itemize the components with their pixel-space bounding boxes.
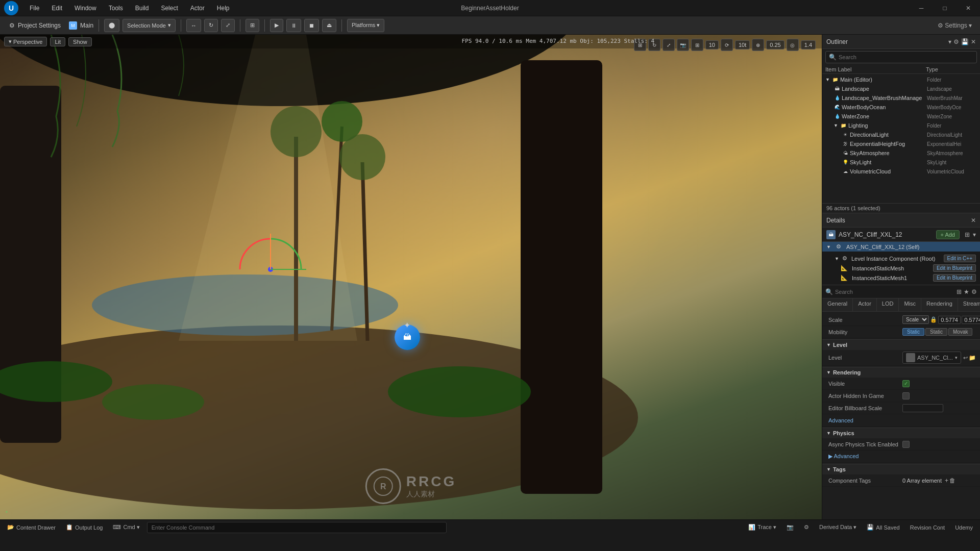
angle-num-display[interactable]: 10t bbox=[735, 40, 750, 49]
mobility-movable-btn[interactable]: Movak bbox=[948, 328, 972, 336]
settings-gear-button[interactable]: ⚙ Settings ▾ bbox=[934, 22, 976, 29]
visible-checkbox[interactable]: ✓ bbox=[902, 380, 910, 387]
lit-button[interactable]: Lit bbox=[50, 37, 65, 46]
scale-dropdown[interactable]: Scale bbox=[902, 315, 929, 324]
zoom-display[interactable]: 0.25 bbox=[766, 40, 784, 49]
outliner-save-icon[interactable]: 💾 bbox=[961, 38, 969, 45]
menu-window[interactable]: Window bbox=[69, 3, 102, 14]
details-view-options[interactable]: ⊞ ★ ⚙ bbox=[957, 288, 977, 295]
cmd-dropdown[interactable]: ⌨ Cmd ▾ bbox=[110, 524, 142, 531]
menu-build[interactable]: Build bbox=[130, 3, 154, 14]
toolbar-move-btn[interactable]: ⬤ bbox=[104, 19, 119, 32]
component-more-icon[interactable]: ▾ bbox=[973, 231, 976, 238]
details-search-bar[interactable]: 🔍 ⊞ ★ ⚙ bbox=[822, 285, 980, 298]
transform-rotate-btn[interactable]: ↻ bbox=[204, 19, 218, 32]
snap-btn[interactable]: ⊞ bbox=[246, 19, 259, 32]
selection-mode-button[interactable]: Selection Mode ▾ bbox=[122, 19, 176, 32]
tree-item-main-editor[interactable]: ▼ 📁 Main (Editor) Folder bbox=[822, 75, 980, 84]
maximize-button[interactable]: □ bbox=[933, 0, 957, 16]
tree-item-landscape[interactable]: 🏔 Landscape Landscape bbox=[822, 84, 980, 93]
advanced-toggle[interactable]: Advanced bbox=[828, 417, 853, 423]
trace-button[interactable]: 📊 Trace ▾ bbox=[745, 524, 779, 531]
hidden-game-checkbox[interactable] bbox=[902, 392, 910, 399]
tab-misc[interactable]: Misc bbox=[899, 298, 921, 311]
scale-y-input[interactable] bbox=[962, 316, 980, 324]
viewport[interactable]: ✦ 🏔 ▾ Perspective Lit Show ⊞ ↻ ⤢ 📷 ⊞ 10 … bbox=[0, 35, 822, 519]
tree-item-directional-light[interactable]: ☀ DirectionalLight DirectionalLight bbox=[822, 130, 980, 139]
console-input[interactable] bbox=[147, 522, 447, 533]
add-tag-icon[interactable]: + bbox=[945, 477, 948, 484]
mobility-static-btn[interactable]: Static bbox=[902, 328, 924, 336]
tree-item-exp-height-fog[interactable]: 🌫 ExponentialHeightFog ExponentialHei bbox=[822, 139, 980, 148]
tab-actor[interactable]: Actor bbox=[853, 298, 877, 311]
details-search-input[interactable] bbox=[835, 289, 954, 295]
zoom-icon[interactable]: ⊕ bbox=[752, 39, 764, 51]
tree-item-water-body-ocean[interactable]: 🌊 WaterBodyOcean WaterBodyOce bbox=[822, 103, 980, 112]
camera-icon[interactable]: 📷 bbox=[677, 39, 689, 51]
level-section-header[interactable]: ▼ Level bbox=[822, 339, 980, 350]
grid-num-display[interactable]: 10 bbox=[705, 40, 719, 49]
lock-icon[interactable]: 🔒 bbox=[930, 316, 937, 323]
fov-display[interactable]: 1.4 bbox=[801, 40, 816, 49]
all-saved-indicator[interactable]: 💾 All Saved bbox=[864, 524, 902, 531]
scale-grid-icon[interactable]: ⤢ bbox=[663, 39, 675, 51]
grid-view-icon[interactable]: ⊞ bbox=[957, 288, 962, 295]
tree-item-water-brush[interactable]: 💧 Landscape_WaterBrushManage WaterBrushM… bbox=[822, 93, 980, 103]
outliner-close-icon[interactable]: ✕ bbox=[971, 38, 976, 45]
fov-icon[interactable]: ◎ bbox=[787, 39, 799, 51]
show-button[interactable]: Show bbox=[68, 37, 92, 46]
tab-rendering[interactable]: Rendering bbox=[921, 298, 958, 311]
menu-select[interactable]: Select bbox=[156, 3, 183, 14]
content-drawer-button[interactable]: 📂 Content Drawer bbox=[4, 524, 59, 531]
project-settings-button[interactable]: ⚙ Project Settings bbox=[4, 19, 66, 32]
comp-item-level-instance[interactable]: ▼ ⚙ Level Instance Component (Root) Edit… bbox=[822, 254, 980, 263]
details-self-row[interactable]: ▼ ⚙ ASY_NC_Cliff_XXL_12 (Self) bbox=[822, 242, 980, 252]
tree-item-sky-atmosphere[interactable]: 🌤 SkyAtmosphere SkyAtmosphere bbox=[822, 148, 980, 158]
component-options-icon[interactable]: ⊞ bbox=[965, 231, 970, 238]
platforms-button[interactable]: Platforms ▾ bbox=[347, 19, 385, 32]
minimize-button[interactable]: ─ bbox=[910, 0, 933, 16]
settings-button[interactable]: ⚙ bbox=[801, 524, 812, 531]
level-action-2[interactable]: 📁 bbox=[969, 355, 976, 361]
screenshot-button[interactable]: 📷 bbox=[783, 524, 797, 531]
angle-icon[interactable]: ⟳ bbox=[721, 39, 733, 51]
menu-file[interactable]: File bbox=[24, 3, 44, 14]
outliner-search-bar[interactable]: 🔍 bbox=[825, 51, 977, 63]
edit-cpp-button[interactable]: Edit in C++ bbox=[944, 255, 976, 262]
async-physics-checkbox[interactable] bbox=[902, 441, 910, 448]
revision-control-button[interactable]: Revision Cont bbox=[907, 524, 948, 531]
perspective-button[interactable]: ▾ Perspective bbox=[4, 37, 47, 46]
tree-item-lighting-folder[interactable]: ▼ 📁 Lighting Folder bbox=[822, 121, 980, 130]
physics-advanced-toggle[interactable]: ▶ Advanced bbox=[828, 453, 859, 460]
outliner-filter-icon[interactable]: ▾ bbox=[948, 38, 951, 45]
play-button[interactable]: ▶ bbox=[270, 19, 283, 32]
tree-item-water-zone[interactable]: 💧 WaterZone WaterZone bbox=[822, 112, 980, 121]
transform-move-btn[interactable]: ↔ bbox=[186, 19, 201, 32]
edit-blueprint-button-2[interactable]: Edit in Blueprint bbox=[933, 274, 976, 282]
transform-scale-btn[interactable]: ⤢ bbox=[221, 19, 235, 32]
menu-actor[interactable]: Actor bbox=[185, 3, 210, 14]
details-close-icon[interactable]: ✕ bbox=[971, 217, 976, 224]
delete-tag-icon[interactable]: 🗑 bbox=[949, 477, 955, 484]
edit-blueprint-button-1[interactable]: Edit in Blueprint bbox=[933, 264, 976, 272]
add-component-button[interactable]: + Add bbox=[936, 230, 960, 239]
udemy-button[interactable]: Udemy bbox=[952, 524, 976, 531]
billboard-scale-input[interactable]: 1.0 bbox=[902, 404, 943, 412]
close-button[interactable]: ✕ bbox=[957, 0, 980, 16]
comp-item-instanced-static-mesh-1[interactable]: 📐 InstancedStaticMesh1 Edit in Blueprint bbox=[822, 273, 980, 283]
output-log-button[interactable]: 📋 Output Log bbox=[63, 524, 106, 531]
eject-button[interactable]: ⏏ bbox=[322, 19, 336, 32]
pause-button[interactable]: ⏸ bbox=[286, 19, 301, 32]
tree-item-sky-light[interactable]: 💡 SkyLight SkyLight bbox=[822, 158, 980, 167]
rendering-section-header[interactable]: ▼ Rendering bbox=[822, 367, 980, 378]
settings-icon[interactable]: ⚙ bbox=[971, 288, 977, 295]
vp-mode-icon[interactable]: ⊞ bbox=[691, 39, 703, 51]
star-icon[interactable]: ★ bbox=[964, 288, 969, 295]
menu-tools[interactable]: Tools bbox=[104, 3, 128, 14]
outliner-settings-icon[interactable]: ⚙ bbox=[953, 38, 959, 45]
menu-edit[interactable]: Edit bbox=[46, 3, 67, 14]
outliner-search-input[interactable] bbox=[839, 54, 973, 60]
physics-section-header[interactable]: ▼ Physics bbox=[822, 428, 980, 438]
menu-help[interactable]: Help bbox=[212, 3, 235, 14]
tree-item-volumetric-cloud[interactable]: ☁ VolumetricCloud VolumetricCloud bbox=[822, 167, 980, 176]
